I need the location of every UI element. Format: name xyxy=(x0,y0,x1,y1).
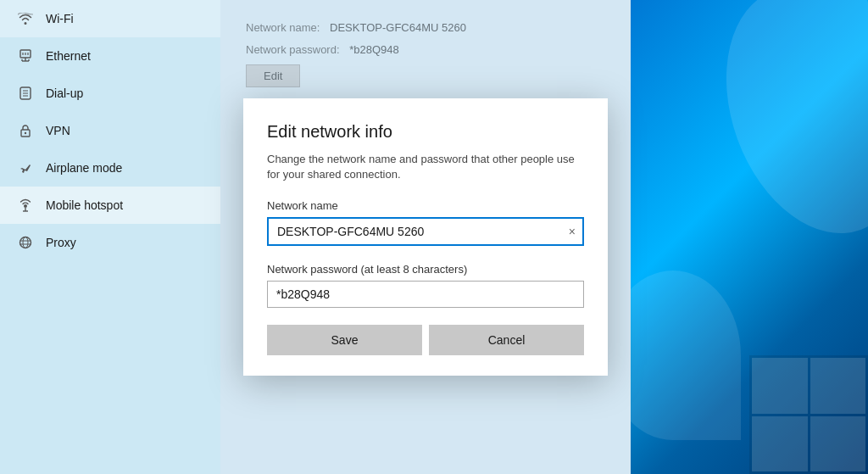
dialog: Edit network info Change the network nam… xyxy=(243,98,608,376)
network-name-label: Network name xyxy=(267,199,584,212)
proxy-icon xyxy=(17,234,34,251)
sidebar-item-label-proxy: Proxy xyxy=(46,236,76,249)
sidebar-item-dialup[interactable]: Dial-up xyxy=(0,75,220,112)
dialog-description: Change the network name and password tha… xyxy=(267,152,584,182)
wallpaper-grid-cell-2 xyxy=(810,358,866,414)
wifi-icon xyxy=(17,10,34,27)
vpn-icon xyxy=(17,122,34,139)
hotspot-icon xyxy=(17,197,34,214)
wallpaper-shape-1 xyxy=(694,0,868,259)
wallpaper-grid-cell-4 xyxy=(810,416,866,472)
sidebar-item-vpn[interactable]: VPN xyxy=(0,112,220,149)
save-button[interactable]: Save xyxy=(267,325,422,355)
network-password-field-wrapper xyxy=(267,281,584,308)
svg-point-18 xyxy=(23,237,28,248)
wallpaper-grid-cell-1 xyxy=(752,358,808,414)
cancel-button[interactable]: Cancel xyxy=(429,325,584,355)
wallpaper-shape-2 xyxy=(631,270,741,440)
dialup-icon xyxy=(17,85,34,102)
ethernet-icon xyxy=(17,47,34,64)
sidebar-item-ethernet[interactable]: Ethernet xyxy=(0,37,220,75)
main-content: Network name: DESKTOP-GFC64MU 5260 Netwo… xyxy=(220,0,631,474)
clear-network-name-button[interactable]: × xyxy=(567,224,577,239)
sidebar-item-label-airplane: Airplane mode xyxy=(46,161,122,175)
sidebar-item-hotspot[interactable]: Mobile hotspot xyxy=(0,187,220,224)
network-name-field-wrapper: × xyxy=(267,217,584,246)
network-password-input[interactable] xyxy=(267,281,584,308)
wallpaper-grid-cell-3 xyxy=(752,416,808,472)
network-password-label: Network password (at least 8 characters) xyxy=(267,263,584,276)
sidebar-item-label-dialup: Dial-up xyxy=(46,86,83,100)
airplane-icon xyxy=(17,159,34,176)
modal-overlay: Edit network info Change the network nam… xyxy=(220,0,631,474)
sidebar-item-label-hotspot: Mobile hotspot xyxy=(46,198,123,212)
network-name-input[interactable] xyxy=(267,217,584,246)
sidebar: Wi-Fi Ethernet Dial-up xyxy=(0,0,220,474)
wallpaper xyxy=(631,0,868,474)
dialog-title: Edit network info xyxy=(267,122,584,142)
svg-point-17 xyxy=(20,237,31,248)
sidebar-item-airplane[interactable]: Airplane mode xyxy=(0,149,220,187)
sidebar-item-wifi[interactable]: Wi-Fi xyxy=(0,0,220,37)
sidebar-item-proxy[interactable]: Proxy xyxy=(0,224,220,261)
sidebar-item-label-ethernet: Ethernet xyxy=(46,49,91,63)
wallpaper-grid xyxy=(749,355,868,474)
dialog-buttons: Save Cancel xyxy=(267,325,584,355)
sidebar-item-label-vpn: VPN xyxy=(46,124,70,137)
svg-point-14 xyxy=(24,204,27,208)
svg-point-13 xyxy=(25,132,26,134)
sidebar-item-label-wifi: Wi-Fi xyxy=(46,12,74,25)
